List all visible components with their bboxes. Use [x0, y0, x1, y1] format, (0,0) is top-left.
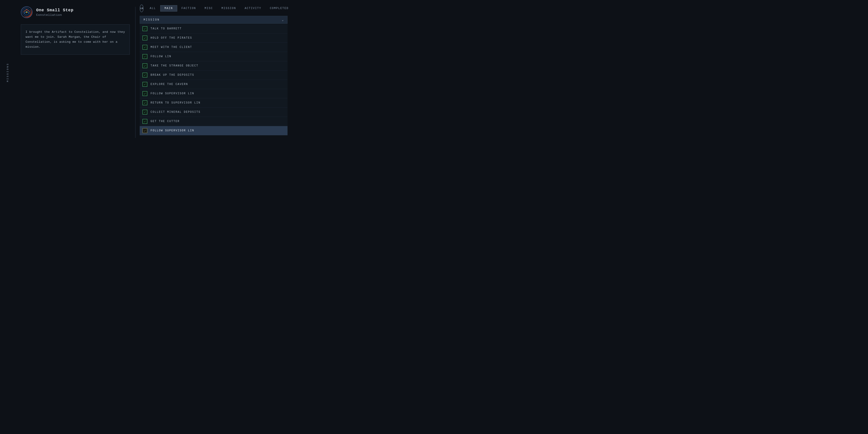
mission-list-item[interactable]: FOLLOW SUPERVISOR LIN [140, 89, 287, 98]
tab-main[interactable]: MAIN [160, 5, 177, 11]
mission-detail-panel: One Small Step Constellation I brought t… [16, 0, 135, 145]
mission-list-item[interactable]: COLLECT MINERAL DEPOSITS [140, 107, 287, 117]
mission-list-item[interactable]: FOLLOW LIN [140, 52, 287, 61]
mission-header: One Small Step Constellation [21, 6, 130, 18]
tab-all[interactable]: ALL [145, 5, 160, 11]
mission-list-item[interactable]: TAKE THE STRANGE OBJECT [140, 61, 287, 70]
section-header-label: MISSION [144, 18, 160, 22]
tab-misc[interactable]: MISC [200, 5, 217, 11]
mission-checkbox [143, 72, 147, 78]
panel-divider [135, 7, 135, 138]
mission-list-item[interactable]: RETURN TO SUPERVISOR LIN [140, 98, 287, 107]
tab-activity[interactable]: ACTIVITY [240, 5, 266, 11]
mission-item-label: FOLLOW SUPERVISOR LIN [151, 92, 194, 95]
sidebar: MISSIONS [0, 0, 16, 145]
mission-list-item[interactable]: EXPLORE THE CAVERN [140, 80, 287, 89]
mission-list-item[interactable]: FOLLOW SUPERVISOR LIN [140, 126, 287, 135]
lb-button[interactable]: LB [140, 4, 144, 12]
mission-faction: Constellation [36, 13, 73, 17]
mission-list-item[interactable]: HOLD OFF THE PIRATES [140, 33, 287, 43]
mission-item-label: MEET WITH THE CLIENT [151, 46, 192, 49]
mission-checkbox [143, 54, 147, 59]
mission-list-item[interactable]: TALK TO BARRETT [140, 24, 287, 33]
mission-item-label: FOLLOW LIN [151, 55, 171, 58]
mission-item-label: EXPLORE THE CAVERN [151, 83, 188, 86]
svg-point-3 [26, 9, 27, 10]
section-header-arrow-icon: ⌄ [282, 18, 284, 22]
tab-bar: LB ALL MAIN FACTION MISC MISSION ACTIVIT… [138, 4, 289, 12]
tab-completed[interactable]: COMPLETED [266, 5, 289, 11]
mission-checkbox [143, 45, 147, 50]
tab-faction[interactable]: FACTION [177, 5, 200, 11]
mission-checkbox [143, 91, 147, 96]
mission-checkbox [143, 110, 147, 115]
missions-list: TALK TO BARRETTHOLD OFF THE PIRATESMEET … [138, 24, 289, 135]
mission-list-item[interactable]: MEET WITH THE CLIENT [140, 43, 287, 52]
mission-item-label: TAKE THE STRANGE OBJECT [151, 64, 198, 67]
mission-description: I brought the Artifact to Constellation,… [21, 24, 130, 55]
mission-item-label: GET THE CUTTER [151, 120, 180, 123]
sidebar-label: MISSIONS [6, 63, 9, 82]
tab-mission[interactable]: MISSION [217, 5, 240, 11]
mission-list-panel: LB ALL MAIN FACTION MISC MISSION ACTIVIT… [138, 0, 289, 145]
mission-item-label: FOLLOW SUPERVISOR LIN [151, 129, 194, 132]
section-header[interactable]: MISSION ⌄ [140, 16, 287, 24]
mission-item-label: TALK TO BARRETT [151, 27, 182, 30]
mission-checkbox [143, 119, 147, 124]
mission-checkbox [143, 63, 147, 68]
mission-checkbox [143, 128, 147, 133]
mission-title: One Small Step [36, 8, 73, 12]
mission-checkbox [143, 26, 147, 31]
svg-point-2 [26, 11, 27, 13]
mission-list-item[interactable]: GET THE CUTTER [140, 117, 287, 126]
mission-item-label: BREAK UP THE DEPOSITS [151, 73, 194, 76]
mission-list-item[interactable]: BREAK UP THE DEPOSITS [140, 70, 287, 80]
mission-icon [21, 6, 33, 18]
mission-checkbox [143, 100, 147, 105]
mission-item-label: COLLECT MINERAL DEPOSITS [151, 111, 200, 114]
mission-checkbox [143, 35, 147, 40]
mission-checkbox [143, 82, 147, 87]
mission-item-label: HOLD OFF THE PIRATES [151, 36, 192, 39]
mission-title-group: One Small Step Constellation [36, 8, 73, 17]
mission-item-label: RETURN TO SUPERVISOR LIN [151, 101, 200, 104]
